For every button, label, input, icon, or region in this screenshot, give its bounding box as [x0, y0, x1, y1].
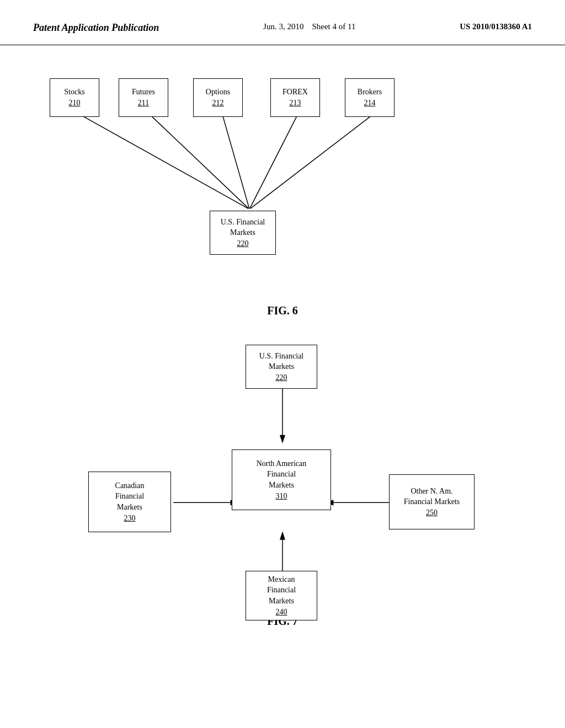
- forex-ref: 213: [290, 98, 301, 109]
- box-futures: Futures 211: [119, 78, 168, 117]
- canadian-label: CanadianFinancialMarkets: [115, 480, 145, 513]
- box-north-american: North AmericanFinancialMarkets 310: [232, 449, 331, 510]
- box-options: Options 212: [193, 78, 243, 117]
- stocks-ref: 210: [69, 98, 81, 109]
- box-stocks: Stocks 210: [50, 78, 99, 117]
- page-header: Patent Application Publication Jun. 3, 2…: [0, 0, 565, 45]
- fig7-diagram: U.S. FinancialMarkets 220 North American…: [33, 334, 532, 609]
- futures-label: Futures: [132, 87, 155, 98]
- box-forex: FOREX 213: [270, 78, 320, 117]
- other-label: Other N. Am.Financial Markets: [404, 486, 460, 507]
- north-american-label: North AmericanFinancialMarkets: [257, 458, 307, 491]
- header-date-sheet: Jun. 3, 2010 Sheet 4 of 11: [263, 22, 355, 31]
- mexican-ref: 240: [276, 607, 287, 618]
- brokers-ref: 214: [364, 98, 376, 109]
- north-american-ref: 310: [276, 491, 287, 502]
- futures-ref: 211: [138, 98, 149, 109]
- svg-line-3: [250, 111, 299, 208]
- us-financial-7-label: U.S. FinancialMarkets: [259, 351, 304, 372]
- svg-line-4: [250, 111, 377, 208]
- us-financial-7-ref: 220: [276, 372, 287, 383]
- brokers-label: Brokers: [358, 87, 382, 98]
- us-financial-ref: 220: [237, 238, 249, 249]
- fig6-diagram: Stocks 210 Futures 211 Options 212 FOREX…: [33, 67, 532, 299]
- forex-label: FOREX: [282, 87, 308, 98]
- svg-line-2: [222, 111, 249, 208]
- options-label: Options: [206, 87, 230, 98]
- box-brokers: Brokers 214: [345, 78, 395, 117]
- stocks-label: Stocks: [64, 87, 84, 98]
- svg-marker-13: [280, 532, 285, 540]
- options-ref: 212: [212, 98, 224, 109]
- main-content: Stocks 210 Futures 211 Options 212 FOREX…: [0, 45, 565, 666]
- fig6-label: FIG. 6: [33, 304, 532, 317]
- header-publication-label: Patent Application Publication: [33, 22, 159, 34]
- box-mexican: MexicanFinancialMarkets 240: [246, 571, 317, 620]
- us-financial-label: U.S. FinancialMarkets: [221, 217, 265, 238]
- box-us-financial: U.S. FinancialMarkets 220: [210, 211, 276, 255]
- box-other: Other N. Am.Financial Markets 250: [389, 474, 475, 529]
- mexican-label: MexicanFinancialMarkets: [267, 574, 296, 607]
- header-patent-number: US 2010/0138360 A1: [460, 22, 532, 31]
- other-ref: 250: [426, 507, 438, 518]
- svg-marker-7: [280, 435, 285, 443]
- box-canadian: CanadianFinancialMarkets 230: [88, 472, 171, 532]
- svg-line-0: [74, 111, 248, 208]
- box-us-financial-7: U.S. FinancialMarkets 220: [246, 345, 317, 389]
- canadian-ref: 230: [124, 513, 136, 524]
